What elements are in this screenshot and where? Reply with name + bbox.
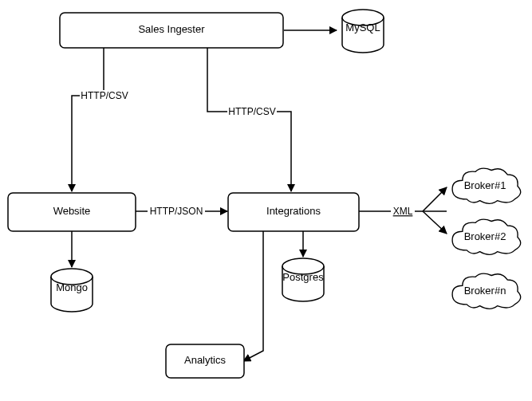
node-website: Website [8,193,136,231]
label-analytics: Analytics [184,354,227,366]
label-brokern: Broker#n [464,285,506,297]
edge-integrations-analytics [243,231,263,361]
label-broker2: Broker#2 [464,230,506,242]
node-postgres: Postgres [282,258,324,301]
label-integrations: Integrations [266,205,321,217]
edge-sales-ingester-integrations: HTTP/CSV [207,48,291,191]
node-analytics: Analytics [166,344,244,378]
node-broker2: Broker#2 [452,219,521,254]
edge-label-website-integrations: HTTP/JSON [150,206,203,217]
node-brokern: Broker#n [452,273,521,309]
label-mysql: MySQL [345,22,380,33]
node-mysql: MySQL [342,10,384,53]
label-postgres: Postgres [282,271,324,283]
edge-sales-ingester-website: HTTP/CSV [72,48,129,191]
label-mongo: Mongo [56,281,88,293]
node-integrations: Integrations [228,193,359,231]
node-sales-ingester: Sales Ingester [60,13,283,48]
svg-line-10 [423,211,447,234]
svg-line-9 [423,187,447,211]
label-website: Website [53,205,91,217]
label-broker1: Broker#1 [464,179,506,191]
label-sales-ingester: Sales Ingester [138,23,205,35]
edge-website-integrations: HTTP/JSON [136,206,227,217]
node-broker1: Broker#1 [452,168,521,203]
edge-integrations-brokers: XML [359,187,447,234]
edge-label-si-integrations: HTTP/CSV [228,106,275,117]
edge-label-integrations-brokers: XML [393,206,413,217]
edge-label-si-website: HTTP/CSV [81,90,128,101]
node-mongo: Mongo [51,269,93,312]
